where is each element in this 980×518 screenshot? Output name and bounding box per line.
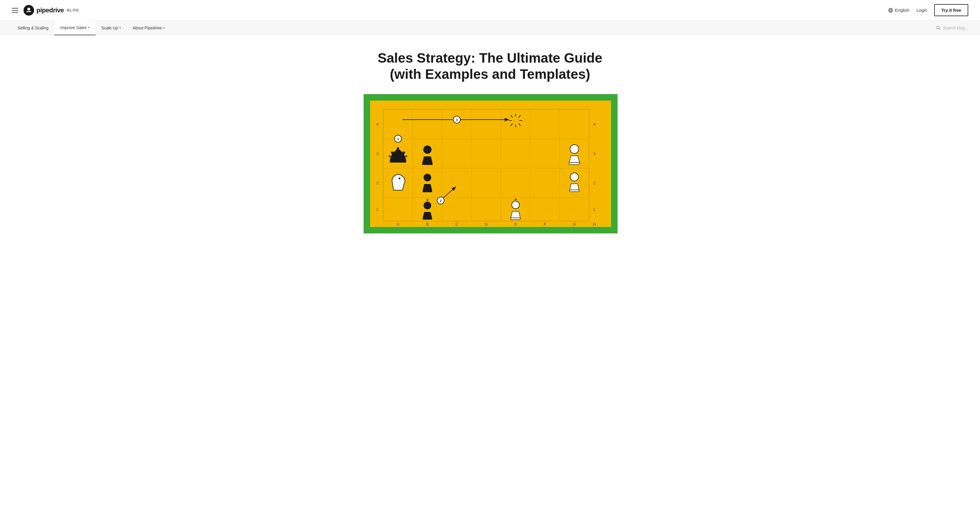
svg-text:4: 4 [376,122,378,126]
svg-text:2: 2 [440,199,442,202]
chevron-down-icon: ▾ [88,26,90,29]
chevron-down-icon: ▾ [163,26,165,29]
svg-rect-72 [511,218,520,220]
svg-point-8 [937,26,939,29]
svg-text:1: 1 [397,137,399,141]
svg-text:+: + [514,197,517,202]
svg-text:+: + [426,198,429,202]
search-area[interactable]: Search blog... [936,26,968,30]
svg-text:H: H [593,222,595,226]
svg-point-57 [403,151,405,154]
svg-text:D: D [485,222,487,226]
nav-bar: Selling & Scaling Improve Sales ▾ Scale … [0,21,980,35]
green-border: 4 3 2 1 4 3 2 1 A B C D E F G [364,94,617,233]
site-header: pipedrive BLOG English Login Try it free [0,0,980,21]
svg-text:3: 3 [593,151,595,156]
svg-point-74 [570,145,579,153]
main-content: Sales Strategy: The Ultimate Guide (with… [358,35,622,246]
nav-item-improve[interactable]: Improve Sales ▾ [54,21,95,35]
svg-text:2: 2 [376,181,378,185]
svg-text:2: 2 [593,181,595,185]
hamburger-menu[interactable] [12,8,18,13]
chess-board-svg: 4 3 2 1 4 3 2 1 A B C D E F G [370,100,611,227]
svg-point-61 [423,145,431,154]
svg-text:1: 1 [376,207,378,212]
svg-text:A: A [397,222,399,226]
svg-point-56 [397,147,399,150]
svg-text:3: 3 [376,151,378,156]
nav-item-selling[interactable]: Selling & Scaling [12,21,54,35]
nav-label-about: About Pipedrive [132,26,162,30]
header-left: pipedrive BLOG [12,5,79,16]
svg-point-55 [391,151,393,154]
hero-illustration: 4 3 2 1 4 3 2 1 A B C D E F G [364,94,617,234]
nav-label-selling: Selling & Scaling [18,26,48,30]
nav-label-scaleup: Scale Up [102,26,118,30]
title-line2: (with Examples and Templates) [390,67,590,82]
chevron-down-icon: ▾ [119,26,121,29]
svg-rect-75 [569,163,580,165]
svg-text:G: G [573,222,576,226]
login-link[interactable]: Login [916,8,928,13]
try-free-button[interactable]: Try it free [934,4,968,16]
svg-rect-2 [27,11,31,12]
title-line1: Sales Strategy: The Ultimate Guide [378,50,602,65]
nav-item-scaleup[interactable]: Scale Up ▾ [95,21,127,35]
logo-link[interactable]: pipedrive BLOG [24,5,79,16]
svg-rect-62 [422,163,433,165]
svg-point-59 [405,156,407,157]
svg-rect-64 [423,191,432,192]
svg-rect-54 [390,160,406,163]
svg-point-60 [399,178,400,179]
svg-text:3: 3 [456,118,458,122]
language-selector[interactable]: English [888,8,910,13]
svg-text:B: B [426,222,429,226]
svg-text:E: E [514,222,517,226]
language-label: English [895,8,910,13]
svg-rect-69 [423,218,432,220]
board-wrapper: 4 3 2 1 4 3 2 1 A B C D E F G [370,100,611,227]
logo-text: pipedrive [37,6,64,14]
svg-text:1: 1 [593,207,595,212]
svg-point-1 [27,8,30,11]
svg-point-58 [389,156,391,157]
svg-text:F: F [544,222,546,226]
globe-icon [888,8,893,13]
nav-label-improve: Improve Sales [60,25,86,30]
svg-point-71 [512,201,519,209]
search-placeholder: Search blog... [943,26,968,30]
header-right: English Login Try it free [888,4,968,16]
nav-item-about[interactable]: About Pipedrive ▾ [127,21,170,35]
svg-point-63 [423,174,431,182]
svg-line-9 [939,29,940,30]
svg-text:4: 4 [593,122,595,126]
article-title: Sales Strategy: The Ultimate Guide (with… [364,50,616,82]
nav-links: Selling & Scaling Improve Sales ▾ Scale … [12,21,170,35]
svg-text:C: C [455,222,458,226]
svg-rect-77 [570,190,579,192]
logo-blog: BLOG [67,8,79,12]
search-icon [936,26,940,30]
svg-point-68 [423,202,431,209]
svg-point-76 [570,173,579,181]
logo-icon [24,5,34,16]
